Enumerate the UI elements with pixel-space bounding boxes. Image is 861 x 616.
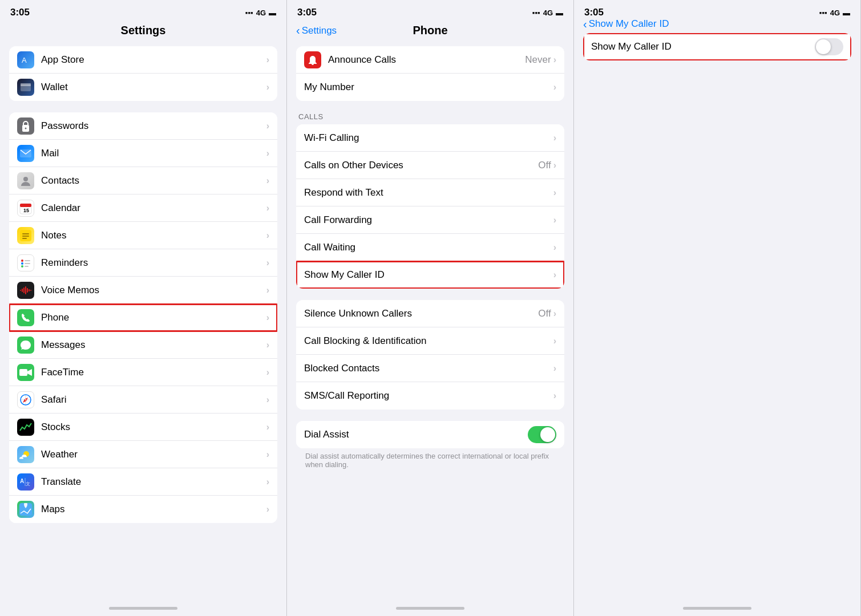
settings-top-group: A App Store › Wallet › (9, 46, 277, 101)
status-bar-1: 3:05 ▪▪▪ 4G ▬ (0, 0, 286, 21)
phone-item-callwaiting[interactable]: Call Waiting › (296, 234, 564, 261)
appstore-chevron: › (266, 55, 269, 65)
settings-item-mail[interactable]: Mail › (9, 140, 277, 167)
settings-item-facetime[interactable]: FaceTime › (9, 359, 277, 386)
settings-item-phone[interactable]: Phone › (9, 304, 277, 331)
phone-item-callblocking[interactable]: Call Blocking & Identification › (296, 327, 564, 355)
svg-rect-19 (25, 266, 29, 267)
announce-icon (304, 51, 321, 68)
settings-title: Settings (121, 24, 166, 37)
respondtext-chevron: › (553, 188, 556, 198)
phone-item-silenceunknown[interactable]: Silence Unknown Callers Off › (296, 300, 564, 327)
svg-point-15 (21, 262, 23, 265)
callsother-label: Calls on Other Devices (304, 160, 538, 171)
settings-main-section: Passwords › Mail › (9, 112, 277, 523)
phone-icon (17, 309, 34, 326)
phone-item-dialassist[interactable]: Dial Assist (296, 421, 564, 448)
callerid-item[interactable]: Show My Caller ID (583, 33, 851, 60)
settings-item-safari[interactable]: Safari › (9, 386, 277, 414)
safari-chevron: › (266, 395, 269, 405)
settings-scroll[interactable]: A App Store › Wallet › (0, 42, 286, 602)
svg-point-16 (21, 265, 23, 268)
phone-item-callforward[interactable]: Call Forwarding › (296, 206, 564, 234)
svg-text:15: 15 (23, 208, 29, 213)
status-icons-1: ▪▪▪ 4G ▬ (245, 9, 276, 17)
settings-item-passwords[interactable]: Passwords › (9, 112, 277, 140)
phone-chevron: › (266, 313, 269, 323)
mail-icon (17, 145, 34, 162)
phone-item-blockedcontacts[interactable]: Blocked Contacts › (296, 355, 564, 382)
phone-item-mynumber[interactable]: My Number › (296, 74, 564, 101)
phone-scroll[interactable]: Announce Calls Never › My Number › CALLS… (287, 42, 573, 602)
callforward-chevron: › (553, 215, 556, 225)
callerid-toggle[interactable] (815, 38, 843, 55)
settings-item-appstore[interactable]: A App Store › (9, 46, 277, 74)
callerid-toggle-thumb (816, 39, 831, 54)
phone-item-showcallerid[interactable]: Show My Caller ID › (296, 261, 564, 289)
svg-rect-21 (22, 289, 23, 292)
notes-label: Notes (41, 230, 266, 241)
callerid-scroll[interactable]: Show My Caller ID (574, 29, 860, 602)
voicememos-icon (17, 282, 34, 299)
settings-item-maps[interactable]: Maps › (9, 496, 277, 523)
callerid-back-button[interactable]: ‹ Show My Caller ID (583, 18, 669, 31)
phone-item-wificalling[interactable]: Wi-Fi Calling › (296, 124, 564, 152)
passwords-label: Passwords (41, 120, 266, 132)
battery-icon-3: ▬ (843, 9, 850, 17)
status-time-2: 3:05 (297, 7, 317, 18)
facetime-chevron: › (266, 367, 269, 378)
svg-rect-2 (21, 83, 31, 86)
phone-calls-group: Wi-Fi Calling › Calls on Other Devices O… (296, 124, 564, 289)
callerid-section: Show My Caller ID (583, 33, 851, 60)
blockedcontacts-label: Blocked Contacts (304, 363, 553, 374)
settings-item-weather[interactable]: Weather › (9, 441, 277, 468)
svg-point-14 (21, 260, 23, 262)
settings-item-contacts[interactable]: Contacts › (9, 167, 277, 194)
phone-title: Phone (413, 24, 447, 37)
smscall-chevron: › (553, 391, 556, 401)
settings-item-voicememos[interactable]: Voice Memos › (9, 277, 277, 304)
callerid-label: Show My Caller ID (591, 41, 815, 52)
stocks-icon (17, 419, 34, 436)
translate-icon: A 文 (17, 473, 34, 491)
phone-item-callsother[interactable]: Calls on Other Devices Off › (296, 152, 564, 179)
settings-item-wallet[interactable]: Wallet › (9, 74, 277, 101)
settings-main-group: Passwords › Mail › (9, 112, 277, 523)
phone-item-respondtext[interactable]: Respond with Text › (296, 179, 564, 206)
svg-text:文: 文 (26, 481, 30, 487)
announce-label: Announce Calls (328, 54, 525, 66)
callerid-group: Show My Caller ID (583, 33, 851, 60)
phone-bottom-group: Silence Unknown Callers Off › Call Block… (296, 300, 564, 410)
phone-item-announce[interactable]: Announce Calls Never › (296, 46, 564, 74)
blockedcontacts-chevron: › (553, 363, 556, 374)
settings-item-messages[interactable]: Messages › (9, 331, 277, 359)
callblocking-label: Call Blocking & Identification (304, 335, 553, 347)
phone-back-button[interactable]: ‹ Settings (296, 24, 337, 37)
settings-item-notes[interactable]: Notes › (9, 222, 277, 249)
phone-label: Phone (41, 312, 266, 323)
svg-rect-8 (20, 204, 31, 207)
signal-icon-3: ▪▪▪ (819, 9, 827, 17)
battery-icon-2: ▬ (556, 9, 563, 17)
svg-rect-11 (22, 233, 29, 234)
home-bar-1 (0, 602, 286, 616)
settings-item-stocks[interactable]: Stocks › (9, 414, 277, 441)
back-chevron-3: ‹ (583, 18, 587, 31)
settings-item-calendar[interactable]: 15 Calendar › (9, 194, 277, 222)
svg-rect-25 (29, 289, 30, 291)
signal-icon-2: ▪▪▪ (532, 9, 540, 17)
phone-item-smscall[interactable]: SMS/Call Reporting › (296, 382, 564, 410)
settings-item-reminders[interactable]: Reminders › (9, 249, 277, 277)
callerid-panel: 3:05 ▪▪▪ 4G ▬ ‹ Show My Caller ID Show M… (574, 0, 861, 616)
voicememos-chevron: › (266, 285, 269, 295)
phone-back-label: Settings (302, 25, 337, 37)
status-icons-3: ▪▪▪ 4G ▬ (819, 9, 850, 17)
wallet-chevron: › (266, 82, 269, 92)
svg-text:A: A (20, 478, 24, 484)
home-bar-3 (574, 602, 860, 616)
mynumber-label: My Number (304, 82, 553, 93)
passwords-chevron: › (266, 121, 269, 131)
dialassist-toggle[interactable] (528, 426, 556, 443)
svg-point-6 (23, 177, 28, 181)
settings-item-translate[interactable]: A 文 Translate › (9, 468, 277, 496)
